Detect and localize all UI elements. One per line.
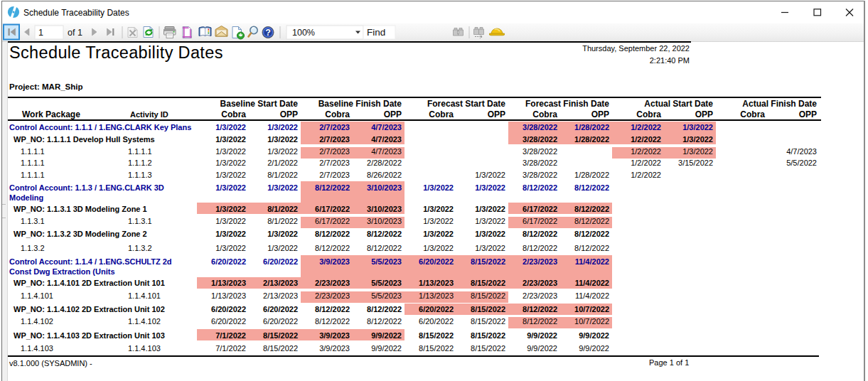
svg-text:of 1: of 1 <box>68 28 82 38</box>
svg-text:100%: 100% <box>292 28 315 38</box>
svg-text:1: 1 <box>38 28 43 38</box>
svg-text:?: ? <box>265 28 271 38</box>
svg-text:Find: Find <box>367 27 385 38</box>
